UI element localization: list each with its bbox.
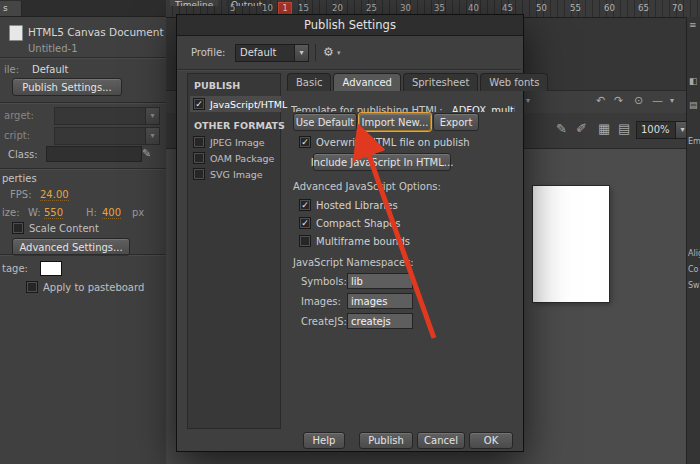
- compact-shapes-checkbox[interactable]: [299, 217, 311, 229]
- undo-icon[interactable]: ↶: [596, 95, 605, 106]
- images-row: Images:: [301, 293, 413, 309]
- document-name: Untitled-1: [28, 43, 78, 54]
- target-value: [55, 108, 145, 124]
- divider: [0, 102, 166, 103]
- symbols-label: Symbols:: [301, 276, 347, 287]
- ruler-number: 20: [332, 3, 343, 13]
- scale-content-checkbox[interactable]: [12, 222, 24, 234]
- use-default-button[interactable]: Use Default: [293, 113, 357, 131]
- fps-label: FPS:: [10, 189, 32, 200]
- ruler-number: 50: [536, 3, 547, 13]
- ruler-number: 5: [230, 3, 235, 13]
- height-value[interactable]: 400: [102, 207, 121, 219]
- stage-canvas[interactable]: [533, 186, 609, 302]
- tab-webfonts[interactable]: Web fonts: [480, 73, 548, 91]
- template-label: Template for publishing HTML:: [291, 105, 443, 112]
- template-value: ADFOX_multip...: [452, 105, 515, 112]
- multiframe-bounds-label: Multiframe bounds: [316, 236, 410, 247]
- tab-timeline[interactable]: Timeline: [170, 0, 218, 6]
- ruler-number: 65: [638, 3, 649, 13]
- ok-button[interactable]: OK: [469, 432, 513, 449]
- dock-tab-label[interactable]: Co: [688, 265, 700, 274]
- dock-tab-label[interactable]: Alig: [688, 249, 700, 258]
- compact-shapes-row[interactable]: Compact Shapes: [299, 217, 400, 229]
- fps-value[interactable]: 24.00: [40, 189, 69, 201]
- stage-color-swatch[interactable]: [40, 261, 62, 276]
- format-item-javascript-html[interactable]: JavaScript/HTML: [190, 96, 281, 112]
- pencil-icon[interactable]: ✎: [142, 148, 151, 159]
- class-input[interactable]: [46, 146, 142, 162]
- hosted-libraries-checkbox[interactable]: [299, 199, 311, 211]
- dock-tab-label[interactable]: Em: [688, 137, 700, 146]
- profile-value[interactable]: Default: [32, 64, 69, 75]
- height-label: H:: [86, 207, 97, 218]
- help-button[interactable]: Help: [303, 432, 345, 449]
- template-line: Template for publishing HTML: ADFOX_mult…: [291, 99, 515, 112]
- oam-checkbox[interactable]: [193, 152, 205, 164]
- panel-left-icon[interactable]: ◧: [689, 77, 698, 86]
- menu-icon[interactable]: ≡: [689, 21, 697, 30]
- scale-content-row[interactable]: Scale Content: [12, 222, 99, 234]
- publish-settings-button[interactable]: Publish Settings...: [12, 78, 122, 96]
- include-javascript-button[interactable]: Include JavaScript In HTML...: [313, 153, 451, 171]
- onion-skin-icon[interactable]: —: [652, 95, 663, 106]
- other-formats-header: OTHER FORMATS: [194, 120, 285, 131]
- width-value[interactable]: 550: [44, 207, 63, 219]
- panel-rows-icon[interactable]: ▤: [689, 101, 698, 110]
- createjs-label: CreateJS:: [301, 316, 347, 327]
- format-item-svg[interactable]: SVG Image: [193, 168, 263, 180]
- format-item-oam[interactable]: OAM Package: [193, 152, 274, 164]
- grid-icon[interactable]: ▦: [598, 122, 610, 135]
- dialog-profile-dropdown[interactable]: Default ▾: [235, 44, 309, 62]
- overwrite-html-row[interactable]: Overwrite HTML file on publish: [299, 136, 470, 148]
- right-dock: ≡ ◧ ▤ Em Alig Co Sw: [686, 17, 700, 464]
- script-dropdown[interactable]: ▾: [54, 127, 160, 145]
- javascript-html-checkbox[interactable]: [193, 98, 205, 110]
- cancel-button[interactable]: Cancel: [417, 432, 465, 449]
- center-frame-icon[interactable]: ⊙: [634, 95, 643, 106]
- overwrite-html-checkbox[interactable]: [299, 136, 311, 148]
- symbols-input[interactable]: [347, 273, 413, 289]
- divider: [315, 44, 316, 61]
- ruler-number: 40: [468, 3, 479, 13]
- createjs-input[interactable]: [347, 313, 413, 329]
- zoom-dropdown[interactable]: 100% ▾: [636, 121, 690, 139]
- properties-panel-tab[interactable]: s: [0, 1, 22, 16]
- apply-pasteboard-checkbox[interactable]: [26, 281, 38, 293]
- gear-icon[interactable]: ⚙: [323, 46, 334, 58]
- chevron-down-icon[interactable]: ▾: [526, 97, 530, 105]
- createjs-row: CreateJS:: [301, 313, 413, 329]
- hosted-libraries-row[interactable]: Hosted Libraries: [299, 199, 398, 211]
- multiframe-bounds-checkbox[interactable]: [299, 235, 311, 247]
- target-dropdown[interactable]: ▾: [54, 107, 160, 125]
- chevron-down-icon: ▾: [145, 108, 159, 124]
- apply-pasteboard-row[interactable]: Apply to pasteboard: [26, 281, 144, 293]
- ruler-number: 45: [502, 3, 513, 13]
- import-new-button[interactable]: Import New...: [359, 113, 431, 131]
- tab-basic[interactable]: Basic: [287, 73, 331, 91]
- tab-spritesheet[interactable]: Spritesheet: [403, 73, 478, 91]
- format-item-jpeg[interactable]: JPEG Image: [193, 136, 265, 148]
- pencil-tool-icon[interactable]: ✎: [556, 122, 567, 135]
- images-label: Images:: [301, 296, 347, 307]
- dialog-title[interactable]: Publish Settings: [177, 15, 523, 36]
- multiframe-bounds-row[interactable]: Multiframe bounds: [299, 235, 410, 247]
- apply-pasteboard-label: Apply to pasteboard: [43, 282, 144, 293]
- chevron-down-icon[interactable]: ▾: [670, 97, 674, 105]
- width-label: W:: [28, 207, 41, 218]
- export-button[interactable]: Export: [433, 113, 479, 131]
- images-input[interactable]: [347, 293, 413, 309]
- svg-checkbox[interactable]: [193, 168, 205, 180]
- publish-button[interactable]: Publish: [359, 432, 413, 449]
- redo-icon[interactable]: ↷: [614, 95, 623, 106]
- ruler-number: 15: [298, 3, 309, 13]
- ruler-number: 25: [366, 3, 377, 13]
- chevron-down-icon[interactable]: ▾: [337, 50, 341, 57]
- jpeg-checkbox[interactable]: [193, 136, 205, 148]
- pen-tool-icon[interactable]: ✐: [576, 122, 587, 135]
- ruler-number: 10: [262, 3, 273, 13]
- ruler-number: 55: [570, 3, 581, 13]
- dock-tab-label[interactable]: Sw: [688, 281, 700, 290]
- layout-panel-icon[interactable]: ▤: [618, 122, 630, 135]
- tab-advanced[interactable]: Advanced: [333, 73, 400, 91]
